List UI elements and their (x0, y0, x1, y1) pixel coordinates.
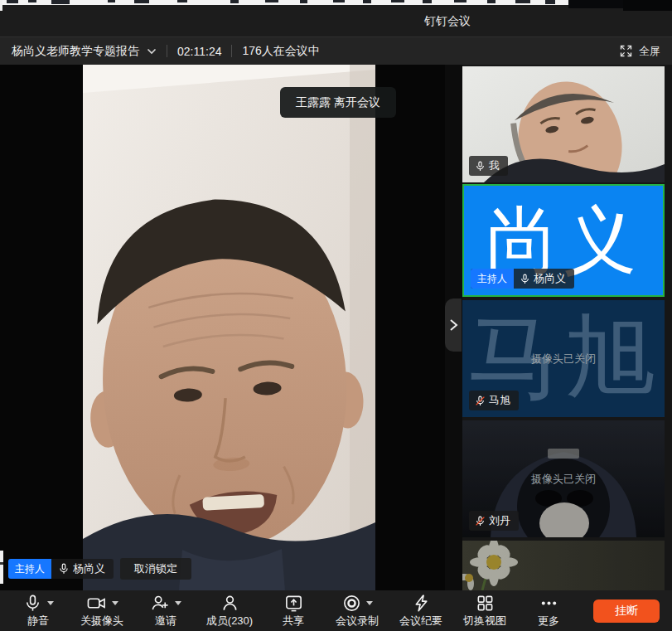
more-button[interactable]: 更多 (519, 593, 578, 629)
caret-down-icon (366, 601, 373, 605)
share-screen-icon (284, 594, 303, 613)
main-stage: 王露露 离开会议 主持人 杨尚义 取消锁定 (0, 65, 445, 590)
caret-down-icon (175, 601, 181, 605)
meeting-title-dropdown[interactable]: 杨尚义老师教学专题报告 (12, 44, 157, 59)
meeting-info-bar: 杨尚义老师教学专题报告 02:11:24 176人在会议中 全屏 (0, 36, 672, 65)
meeting-minutes-button[interactable]: 会议纪要 (391, 593, 451, 629)
fullscreen-expand-icon (620, 45, 632, 57)
invite-button[interactable]: 邀请 (136, 593, 196, 629)
participant-tile-liudan[interactable]: 摄像头已关闭 刘丹 (462, 420, 665, 537)
camera-off-text: 摄像头已关闭 (462, 472, 665, 487)
invite-person-icon (150, 594, 170, 613)
more-dots-icon (539, 594, 558, 613)
participant-name: 我 (486, 158, 508, 173)
meeting-title: 杨尚义老师教学专题报告 (12, 44, 139, 59)
participant-name: 马旭 (486, 393, 519, 408)
members-button[interactable]: 成员(230) (200, 593, 259, 629)
camera-icon (86, 594, 107, 613)
mic-icon (520, 274, 530, 284)
record-button[interactable]: 会议录制 (327, 593, 387, 629)
participants-count: 176人在会议中 (242, 44, 319, 59)
mic-icon (475, 161, 486, 172)
background-window-artifact (623, 0, 672, 11)
background-window-artifact (0, 0, 2, 11)
camera-off-text: 摄像头已关闭 (462, 352, 665, 366)
window-title: 钉钉会议 (424, 5, 471, 36)
window-titlebar: 钉钉会议 (0, 5, 672, 36)
record-icon (342, 594, 361, 613)
cancel-lock-button[interactable]: 取消锁定 (120, 558, 191, 580)
speaker-name-pill: 主持人 杨尚义 (8, 559, 114, 579)
meeting-timer: 02:11:24 (177, 45, 221, 58)
mic-muted-icon (475, 396, 486, 406)
mic-icon (58, 563, 70, 575)
main-speaker-video (83, 65, 375, 590)
participant-tile-yangshangyi[interactable]: 尚义 主持人 杨尚义 (462, 184, 665, 297)
camera-off-button[interactable]: 关摄像头 (72, 593, 132, 629)
hangup-button[interactable]: 挂断 (593, 599, 660, 623)
participants-sidebar: 我 尚义 主持人 杨尚义 马旭 摄像头已 (462, 65, 672, 590)
mic-muted-icon (475, 516, 486, 527)
minutes-flash-icon (412, 594, 431, 613)
participant-name: 杨尚义 (530, 271, 574, 286)
switch-view-button[interactable]: 切换视图 (455, 593, 515, 629)
meeting-content: 王露露 离开会议 主持人 杨尚义 取消锁定 (0, 65, 672, 590)
meeting-toolbar: 静音 关摄像头 (0, 590, 672, 631)
fullscreen-label: 全屏 (639, 44, 660, 59)
host-badge: 主持人 (8, 559, 51, 579)
participant-name: 刘丹 (486, 513, 519, 528)
speaker-video-frame (83, 65, 375, 590)
caret-down-icon (112, 601, 118, 605)
participant-photo (462, 541, 665, 590)
leave-meeting-toast: 王露露 离开会议 (280, 87, 396, 118)
divider (231, 45, 232, 57)
participant-tile-partial[interactable] (462, 541, 665, 590)
dingtalk-meeting-window: 钉钉会议 杨尚义老师教学专题报告 02:11:24 176人在会议中 全屏 (0, 0, 672, 631)
sidebar-collapse-button[interactable] (445, 299, 462, 352)
caret-down-icon (47, 601, 54, 605)
mute-button[interactable]: 静音 (8, 593, 68, 629)
members-icon (220, 594, 239, 613)
background-window-artifact (0, 551, 3, 584)
toast-text: 王露露 离开会议 (296, 95, 380, 110)
chevron-down-icon (147, 48, 157, 55)
divider (167, 45, 167, 57)
mic-icon (23, 594, 42, 613)
fullscreen-button[interactable]: 全屏 (620, 44, 660, 59)
participant-tile-me[interactable]: 我 (462, 66, 665, 182)
host-badge: 主持人 (471, 269, 514, 289)
grid-view-icon (476, 594, 495, 613)
participant-tile-maxu[interactable]: 马旭 摄像头已关闭 马旭 (462, 300, 665, 417)
share-screen-button[interactable]: 共享 (263, 593, 323, 629)
speaker-name: 杨尚义 (70, 561, 114, 576)
chevron-right-icon (448, 318, 458, 332)
